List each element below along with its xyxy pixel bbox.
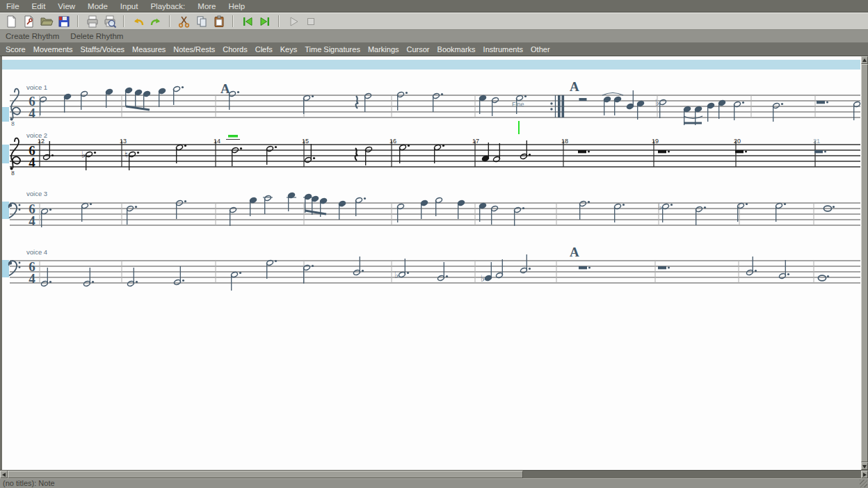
up-arrow-icon [862,58,867,62]
svg-text:4: 4 [29,106,35,120]
scroll-down-button[interactable] [861,462,868,470]
svg-text:15: 15 [302,138,309,145]
svg-text:♭: ♭ [655,97,659,108]
svg-text:4: 4 [29,271,35,286]
svg-text:8: 8 [11,120,15,127]
svg-text:16: 16 [389,138,396,145]
svg-text:Fine: Fine [512,101,524,108]
svg-text:♭: ♭ [658,202,662,212]
horizontal-scroll-thumb[interactable] [8,471,523,478]
svg-text:18: 18 [561,138,568,145]
svg-text:12: 12 [38,138,45,145]
svg-text:♭: ♭ [81,149,86,160]
svg-text:voice 4: voice 4 [26,248,47,256]
horizontal-scrollbar[interactable] [0,470,868,478]
right-arrow-icon [863,473,867,477]
scroll-up-button[interactable] [861,56,868,64]
svg-text:A: A [570,245,579,259]
svg-text:14: 14 [214,138,220,145]
svg-text:19: 19 [652,138,659,145]
svg-text:8: 8 [11,170,15,177]
svg-text:17: 17 [472,138,479,145]
svg-text:4: 4 [29,213,35,228]
svg-text:voice 1: voice 1 [26,83,47,91]
scroll-left-button[interactable] [0,471,8,478]
vertical-scroll-thumb[interactable] [861,64,868,462]
down-arrow-icon [862,465,867,469]
score-canvas[interactable]: 864♭864♭♮64♭64♭♭voice 1voice 2voice 3voi… [0,0,868,470]
svg-text:voice 3: voice 3 [26,190,47,197]
left-arrow-icon [2,473,6,477]
status-text: (no titles): Note [3,479,55,487]
svg-text:20: 20 [734,138,741,145]
status-bar: (no titles): Note [0,478,868,488]
svg-text:♭: ♭ [481,273,485,284]
scroll-right-button[interactable] [861,471,868,478]
vertical-scrollbar[interactable] [861,56,868,470]
svg-text:A: A [570,79,579,94]
svg-text:13: 13 [120,138,127,145]
svg-text:4: 4 [29,155,35,170]
svg-text:21: 21 [813,138,820,145]
resize-grip[interactable] [860,480,867,487]
svg-text:A: A [220,81,230,96]
svg-text:♮: ♮ [124,149,128,160]
svg-text:♭: ♭ [394,270,399,280]
